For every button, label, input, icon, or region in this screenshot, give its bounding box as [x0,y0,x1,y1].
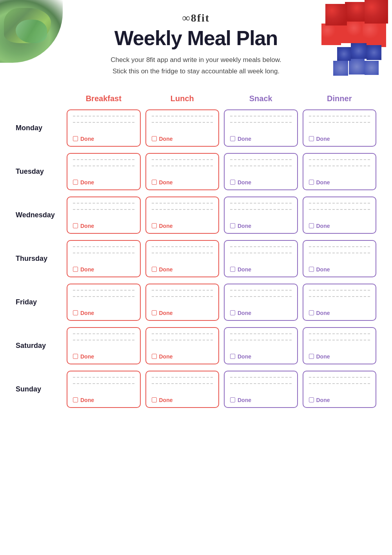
cell-wednesday-snack[interactable]: Done [224,197,298,234]
line1 [309,290,370,291]
done-label: Done [80,310,94,316]
day-row-thursday: Thursday Done Done Done [16,240,376,277]
done-checkbox[interactable] [152,267,157,272]
done-checkbox[interactable] [230,354,235,359]
cell-tuesday-snack[interactable]: Done [224,153,298,190]
day-row-wednesday: Wednesday Done Done Done [16,197,376,234]
cell-thursday-lunch[interactable]: Done [145,240,220,277]
done-checkbox[interactable] [309,310,314,315]
line1 [309,116,370,116]
done-checkbox[interactable] [230,310,235,315]
cell-saturday-breakfast[interactable]: Done [67,327,141,364]
done-checkbox[interactable] [73,267,78,272]
cell-saturday-snack[interactable]: Done [224,327,298,364]
cell-saturday-lunch[interactable]: Done [145,327,220,364]
cell-sunday-breakfast[interactable]: Done [67,371,141,408]
done-checkbox[interactable] [73,180,78,185]
cell-sunday-dinner[interactable]: Done [303,371,377,408]
done-label: Done [159,136,173,142]
line2 [152,166,213,166]
done-row: Done [152,220,213,229]
done-checkbox[interactable] [73,223,78,228]
done-checkbox[interactable] [309,354,314,359]
line1 [309,159,370,160]
line2 [152,383,213,384]
cell-thursday-dinner[interactable]: Done [303,240,377,277]
done-row: Done [230,351,292,360]
done-checkbox[interactable] [230,136,235,141]
day-row-sunday: Sunday Done Done Done [16,371,376,408]
line1 [309,333,370,334]
done-checkbox[interactable] [152,397,157,402]
done-label: Done [316,310,330,316]
done-row: Done [230,264,292,273]
day-label-spacer [16,91,67,106]
cell-tuesday-dinner[interactable]: Done [303,153,377,190]
cell-wednesday-lunch[interactable]: Done [145,197,220,234]
done-row: Done [73,177,134,186]
line1 [73,377,134,378]
done-label: Done [159,353,173,360]
done-row: Done [230,220,292,229]
line1 [73,246,134,247]
line2 [309,340,370,340]
cell-saturday-dinner[interactable]: Done [303,327,377,364]
done-checkbox[interactable] [309,267,314,272]
cell-monday-lunch[interactable]: Done [145,109,220,147]
cell-friday-breakfast[interactable]: Done [67,284,141,321]
done-row: Done [309,220,370,229]
done-checkbox[interactable] [309,180,314,185]
line1 [73,116,134,116]
done-checkbox[interactable] [309,223,314,228]
done-checkbox[interactable] [73,310,78,315]
cell-thursday-snack[interactable]: Done [224,240,298,277]
cell-tuesday-breakfast[interactable]: Done [67,153,141,190]
done-checkbox[interactable] [230,397,235,402]
done-checkbox[interactable] [152,354,157,359]
cell-wednesday-dinner[interactable]: Done [303,197,377,234]
column-header-lunch: Lunch [145,91,220,106]
done-checkbox[interactable] [230,267,235,272]
done-checkbox[interactable] [309,397,314,402]
line2 [309,383,370,384]
line1 [152,290,213,291]
line2 [73,340,134,340]
cell-friday-dinner[interactable]: Done [303,284,377,321]
done-row: Done [73,351,134,360]
done-checkbox[interactable] [73,354,78,359]
done-checkbox[interactable] [73,136,78,141]
line2 [309,166,370,166]
line2 [73,209,134,210]
cell-monday-snack[interactable]: Done [224,109,298,147]
line2 [152,296,213,297]
line2 [309,253,370,253]
done-checkbox[interactable] [152,223,157,228]
done-label: Done [80,179,94,186]
cell-monday-dinner[interactable]: Done [303,109,377,147]
done-row: Done [309,264,370,273]
cell-sunday-snack[interactable]: Done [224,371,298,408]
cell-sunday-lunch[interactable]: Done [145,371,220,408]
done-checkbox[interactable] [152,180,157,185]
cell-thursday-breakfast[interactable]: Done [67,240,141,277]
cell-friday-snack[interactable]: Done [224,284,298,321]
done-checkbox[interactable] [230,223,235,228]
meal-cells-thursday: Done Done Done Done [67,240,376,277]
line1 [73,290,134,291]
cell-wednesday-breakfast[interactable]: Done [67,197,141,234]
done-row: Done [230,177,292,186]
done-row: Done [152,351,213,360]
cell-tuesday-lunch[interactable]: Done [145,153,220,190]
meal-column-labels: Breakfast Lunch Snack Dinner [67,91,376,106]
done-checkbox[interactable] [230,180,235,185]
line2 [309,122,370,123]
cell-monday-breakfast[interactable]: Done [67,109,141,147]
line2 [309,296,370,297]
done-checkbox[interactable] [152,310,157,315]
cell-friday-lunch[interactable]: Done [145,284,220,321]
done-checkbox[interactable] [309,136,314,141]
line2 [230,253,292,253]
done-label: Done [159,310,173,316]
done-checkbox[interactable] [152,136,157,141]
done-checkbox[interactable] [73,397,78,402]
